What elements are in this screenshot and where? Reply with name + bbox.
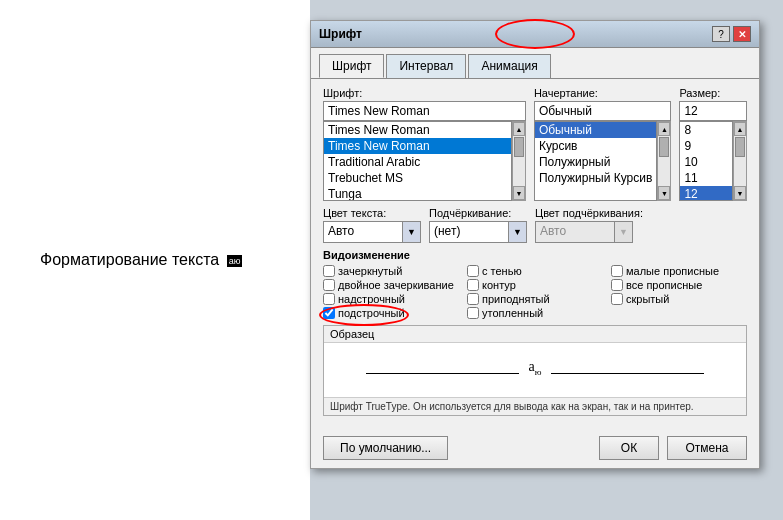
size-scrollbar[interactable]: ▲ ▼: [733, 121, 747, 201]
tab-interval[interactable]: Интервал: [386, 54, 466, 78]
size-input[interactable]: [679, 101, 747, 121]
style-column: Начертание: Обычный Курсив Полужирный По…: [534, 87, 671, 201]
style-scrollbar[interactable]: ▲ ▼: [657, 121, 671, 201]
preview-section: Образец аю Шрифт TrueType. Он использует…: [323, 325, 747, 416]
list-item-highlighted[interactable]: Обычный: [535, 122, 656, 138]
list-item[interactable]: 8: [680, 122, 732, 138]
scroll-up[interactable]: ▲: [734, 122, 746, 136]
tab-font[interactable]: Шрифт: [319, 54, 384, 78]
emboss-item: приподнятый: [467, 293, 603, 305]
list-item[interactable]: Полужирный Курсив: [535, 170, 656, 186]
all-caps-item: все прописные: [611, 279, 747, 291]
underline-color-label: Цвет подчёркивания:: [535, 207, 643, 219]
small-caps-item: малые прописные: [611, 265, 747, 277]
scroll-up[interactable]: ▲: [513, 122, 525, 136]
font-scrollbar[interactable]: ▲ ▼: [512, 121, 526, 201]
shadow-checkbox[interactable]: [467, 265, 479, 277]
superscript-label: надстрочный: [338, 293, 405, 305]
list-item[interactable]: Times New Roman: [324, 122, 511, 138]
text-color-arrow[interactable]: ▼: [403, 221, 421, 243]
cancel-button[interactable]: Отмена: [667, 436, 747, 460]
dialog-controls: ? ✕: [712, 26, 751, 42]
scroll-up[interactable]: ▲: [658, 122, 670, 136]
double-strikethrough-checkbox[interactable]: [323, 279, 335, 291]
dialog-titlebar: Шрифт ? ✕: [311, 21, 759, 48]
document-background: Форматирование текста аю: [0, 0, 310, 520]
font-dialog: Шрифт ? ✕ Шрифт Интервал Анимация Шрифт:…: [310, 20, 760, 469]
outline-item: контур: [467, 279, 603, 291]
ok-button[interactable]: ОК: [599, 436, 659, 460]
close-button[interactable]: ✕: [733, 26, 751, 42]
font-input[interactable]: [323, 101, 526, 121]
scroll-down[interactable]: ▼: [513, 186, 525, 200]
underline-select[interactable]: (нет): [429, 221, 509, 243]
preview-subscript: ю: [535, 367, 542, 377]
small-caps-label: малые прописные: [626, 265, 719, 277]
underline-color-arrow[interactable]: ▼: [615, 221, 633, 243]
font-list[interactable]: Times New Roman Times New Roman Traditio…: [323, 121, 512, 201]
all-caps-label: все прописные: [626, 279, 702, 291]
style-input[interactable]: [534, 101, 671, 121]
list-item-highlighted[interactable]: 12: [680, 186, 732, 201]
text-color-select[interactable]: Авто: [323, 221, 403, 243]
size-column: Размер: 8 9 10 11 12 ▲ ▼: [679, 87, 747, 201]
list-item[interactable]: Traditional Arabic: [324, 154, 511, 170]
list-item[interactable]: Tunga: [324, 186, 511, 201]
underline-arrow[interactable]: ▼: [509, 221, 527, 243]
underline-select-wrapper: (нет) ▼: [429, 221, 527, 243]
hidden-checkbox[interactable]: [611, 293, 623, 305]
default-button[interactable]: По умолчанию...: [323, 436, 448, 460]
double-strikethrough-label: двойное зачеркивание: [338, 279, 454, 291]
scroll-thumb[interactable]: [514, 137, 524, 157]
list-item-selected[interactable]: Times New Roman: [324, 138, 511, 154]
size-list[interactable]: 8 9 10 11 12: [679, 121, 733, 201]
emboss-label: приподнятый: [482, 293, 550, 305]
help-button[interactable]: ?: [712, 26, 730, 42]
list-item[interactable]: 9: [680, 138, 732, 154]
small-caps-checkbox[interactable]: [611, 265, 623, 277]
list-item[interactable]: 11: [680, 170, 732, 186]
hidden-item: скрытый: [611, 293, 747, 305]
double-strikethrough-item: двойное зачеркивание: [323, 279, 459, 291]
superscript-checkbox[interactable]: [323, 293, 335, 305]
scroll-thumb[interactable]: [659, 137, 669, 157]
list-item[interactable]: Курсив: [535, 138, 656, 154]
strikethrough-label: зачеркнутый: [338, 265, 402, 277]
preview-hint: Шрифт TrueType. Он используется для выво…: [324, 397, 746, 415]
engrave-item: утопленный: [467, 307, 603, 319]
all-caps-checkbox[interactable]: [611, 279, 623, 291]
size-list-wrapper: 8 9 10 11 12 ▲ ▼: [679, 121, 747, 201]
style-list[interactable]: Обычный Курсив Полужирный Полужирный Кур…: [534, 121, 657, 201]
outline-checkbox[interactable]: [467, 279, 479, 291]
subscript-item: подстрочный: [323, 307, 459, 319]
tab-animation[interactable]: Анимация: [468, 54, 550, 78]
preview-label: Образец: [324, 326, 746, 342]
underline-color-select[interactable]: Авто: [535, 221, 615, 243]
strikethrough-checkbox[interactable]: [323, 265, 335, 277]
scroll-thumb[interactable]: [735, 137, 745, 157]
style-list-wrapper: Обычный Курсив Полужирный Полужирный Кур…: [534, 121, 671, 201]
preview-underline-left: [366, 373, 518, 374]
list-item[interactable]: Trebuchet MS: [324, 170, 511, 186]
preview-area: аю: [324, 342, 746, 397]
font-list-wrapper: Times New Roman Times New Roman Traditio…: [323, 121, 526, 201]
underline-label: Подчёркивание:: [429, 207, 527, 219]
list-item[interactable]: 10: [680, 154, 732, 170]
underline-color-group: Цвет подчёркивания: Авто ▼: [535, 207, 643, 243]
shadow-item: с тенью: [467, 265, 603, 277]
shadow-label: с тенью: [482, 265, 522, 277]
emboss-checkbox[interactable]: [467, 293, 479, 305]
outline-label: контур: [482, 279, 516, 291]
style-label: Начертание:: [534, 87, 671, 99]
preview-line: аю: [366, 359, 704, 377]
engrave-checkbox[interactable]: [467, 307, 479, 319]
preview-underline-right: [551, 373, 703, 374]
dialog-content: Шрифт: Times New Roman Times New Roman T…: [311, 78, 759, 430]
footer-right-buttons: ОК Отмена: [599, 436, 747, 460]
document-text: Форматирование текста аю: [40, 251, 242, 269]
scroll-down[interactable]: ▼: [658, 186, 670, 200]
scroll-down[interactable]: ▼: [734, 186, 746, 200]
size-label: Размер:: [679, 87, 747, 99]
subscript-checkbox[interactable]: [323, 307, 335, 319]
list-item[interactable]: Полужирный: [535, 154, 656, 170]
